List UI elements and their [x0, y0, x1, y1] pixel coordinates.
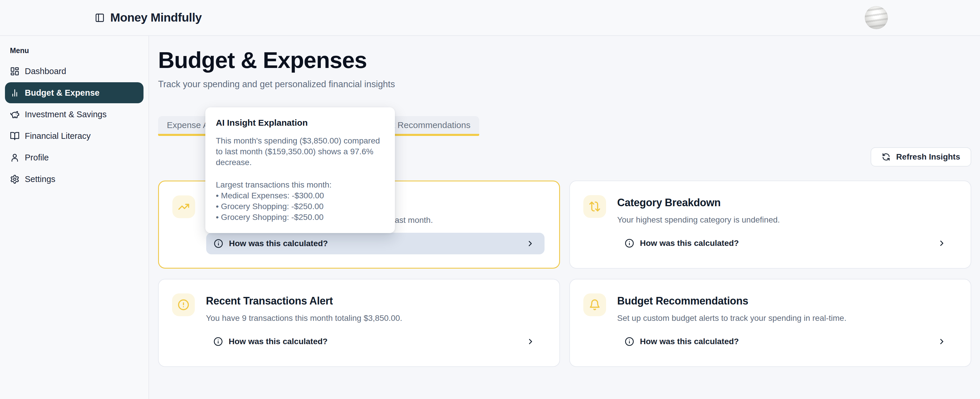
card-title: Budget Recommendations	[617, 294, 956, 308]
chevron-right-icon	[937, 239, 946, 248]
dashboard-icon	[10, 67, 19, 76]
sidebar-item-dashboard[interactable]: Dashboard	[5, 60, 143, 82]
sidebar-item-label: Settings	[25, 175, 56, 184]
info-icon	[625, 337, 634, 346]
sidebar: Menu Dashboard Budget & Expense Investme…	[0, 36, 149, 399]
info-icon	[214, 239, 223, 248]
chevron-right-icon	[937, 337, 946, 346]
how-calculated-label: How was this calculated?	[229, 239, 328, 248]
sidebar-menu-label: Menu	[10, 46, 148, 55]
tooltip-transaction-item: • Grocery Shopping: -$250.00	[216, 201, 384, 212]
how-calculated-button[interactable]: How was this calculated?	[617, 232, 956, 254]
sidebar-item-investment-savings[interactable]: Investment & Savings	[5, 104, 143, 125]
how-calculated-button[interactable]: How was this calculated?	[617, 331, 956, 352]
card-category-breakdown: Category Breakdown Your highest spending…	[570, 181, 971, 269]
info-icon	[625, 238, 634, 248]
alert-circle-icon	[172, 293, 195, 316]
book-open-icon	[10, 131, 19, 141]
sidebar-item-settings[interactable]: Settings	[5, 169, 143, 189]
app-header: Money Mindfully	[0, 0, 980, 36]
sidebar-item-financial-literacy[interactable]: Financial Literacy	[5, 126, 143, 146]
how-calculated-button[interactable]: How was this calculated?	[206, 233, 544, 254]
piggy-bank-icon	[10, 110, 19, 119]
page-subtitle: Track your spending and get personalized…	[158, 78, 980, 91]
card-description: Your highest spending category is undefi…	[617, 215, 956, 226]
card-title: Recent Transactions Alert	[206, 294, 545, 308]
info-icon	[213, 337, 223, 346]
how-calculated-label: How was this calculated?	[640, 238, 739, 248]
sidebar-item-label: Financial Literacy	[25, 131, 91, 141]
sidebar-item-label: Investment & Savings	[25, 110, 107, 119]
tooltip-title: AI Insight Explanation	[216, 118, 384, 128]
sidebar-item-profile[interactable]: Profile	[5, 147, 143, 168]
ai-insight-tooltip: AI Insight Explanation This month's spen…	[205, 107, 395, 233]
sidebar-item-label: Budget & Expense	[25, 88, 99, 98]
card-recent-transactions-alert: Recent Transactions Alert You have 9 tra…	[158, 279, 560, 367]
user-icon	[10, 153, 19, 162]
panel-left-icon	[95, 13, 105, 23]
page-title: Budget & Expenses	[158, 47, 980, 73]
chevron-right-icon	[526, 337, 535, 346]
sidebar-toggle-button[interactable]	[94, 12, 106, 24]
user-avatar[interactable]	[865, 6, 888, 29]
main-content: Budget & Expenses Track your spending an…	[149, 36, 980, 399]
gear-icon	[10, 175, 19, 184]
card-budget-recommendations: Budget Recommendations Set up custom bud…	[570, 279, 971, 367]
sidebar-item-label: Profile	[25, 153, 49, 162]
sidebar-item-label: Dashboard	[25, 67, 66, 76]
tooltip-transaction-item: • Grocery Shopping: -$250.00	[216, 212, 384, 223]
tooltip-transactions-heading: Largest transactions this month:	[216, 180, 384, 190]
refresh-insights-label: Refresh Insights	[896, 152, 960, 162]
how-calculated-label: How was this calculated?	[640, 337, 739, 346]
how-calculated-label: How was this calculated?	[229, 337, 328, 346]
refresh-icon	[882, 153, 891, 161]
tooltip-paragraph: This month's spending ($3,850.00) compar…	[216, 135, 384, 168]
bar-chart-icon	[10, 88, 19, 98]
card-description: You have 9 transactions this month total…	[206, 313, 545, 324]
card-title: Category Breakdown	[617, 196, 956, 210]
app-title: Money Mindfully	[110, 11, 202, 24]
repeat-icon	[583, 195, 606, 218]
chevron-right-icon	[526, 239, 535, 248]
sidebar-item-budget-expense[interactable]: Budget & Expense	[5, 82, 143, 103]
refresh-insights-button[interactable]: Refresh Insights	[870, 147, 971, 167]
card-description: Set up custom budget alerts to track you…	[617, 313, 956, 324]
trending-up-icon	[172, 196, 195, 218]
tooltip-transaction-item: • Medical Expenses: -$300.00	[216, 190, 384, 201]
bell-icon	[583, 293, 606, 316]
how-calculated-button[interactable]: How was this calculated?	[206, 331, 545, 352]
